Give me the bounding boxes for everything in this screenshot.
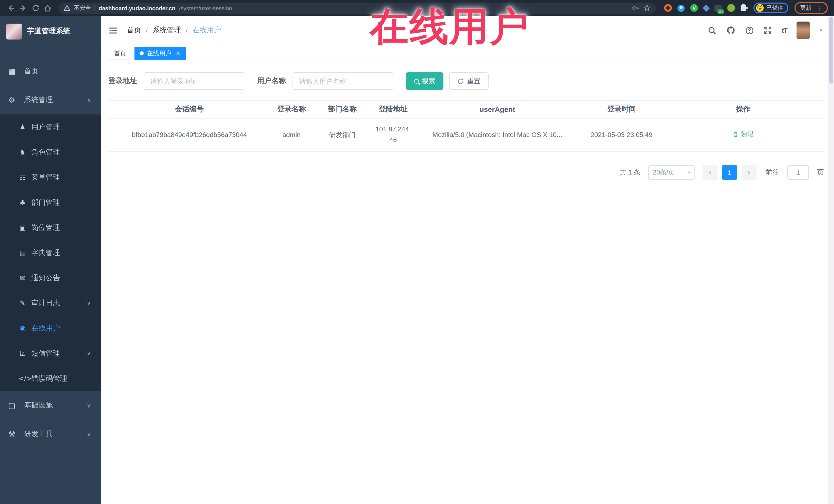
sidebar-item-user-management[interactable]: ♟ 用户管理 [0, 114, 101, 139]
sidebar-item-label: 在线用户 [31, 324, 60, 333]
page-number-1[interactable]: 1 [722, 165, 737, 180]
sidebar-item-devtools[interactable]: ⚒ 研发工具 ∨ [0, 420, 101, 448]
main-panel: 首页 / 系统管理 / 在线用户 tT ▾ 首页 [101, 16, 834, 504]
browser-update-chip[interactable]: 更新 ⋮ [794, 2, 828, 14]
error-code-icon: </> [19, 375, 27, 382]
sidebar-toggle-button[interactable] [109, 26, 117, 35]
sidebar-item-label: 短信管理 [31, 349, 60, 358]
page-size-select[interactable]: 20条/页 ▾ [648, 165, 695, 180]
refresh-icon [457, 78, 464, 84]
tag-home[interactable]: 首页 [109, 47, 131, 60]
next-page-button[interactable]: › [742, 165, 756, 180]
header-user-agent: userAgent [414, 100, 580, 118]
breadcrumb-system-management[interactable]: 系统管理 [152, 26, 181, 35]
sidebar-item-label: 用户管理 [31, 123, 60, 132]
sidebar-item-home[interactable]: ▦ 首页 [0, 57, 101, 86]
sidebar-item-label: 错误码管理 [31, 374, 67, 383]
sidebar-item-label: 岗位管理 [31, 223, 60, 232]
font-size-icon[interactable]: tT [782, 26, 787, 34]
paused-extension-chip[interactable]: ☺ 已暂停 [753, 3, 788, 13]
browser-reload-button[interactable] [30, 2, 41, 14]
chevron-down-icon: ∨ [87, 431, 91, 438]
system-management-submenu: ♟ 用户管理 ♞ 角色管理 ☷ 菜单管理 ♣ 部门管理 [0, 114, 101, 391]
sidebar-item-department-management[interactable]: ♣ 部门管理 [0, 190, 101, 215]
extension-pin-icon[interactable] [678, 4, 685, 12]
window-scrollbar [828, 16, 834, 504]
chevron-down-icon: ∨ [87, 300, 91, 306]
audit-log-icon: ✎ [19, 299, 27, 307]
sidebar-item-label: 基础设施 [24, 401, 53, 410]
header-dept-name: 部门名称 [312, 100, 372, 118]
extension-orange-icon[interactable] [664, 4, 672, 12]
sidebar-logo[interactable]: 芋道管理系统 [0, 16, 101, 47]
search-button-label: 搜索 [422, 76, 435, 86]
browser-menu-icon[interactable]: ⋮ [816, 5, 822, 11]
login-address-label: 登录地址 [108, 76, 137, 86]
sidebar-item-dict-management[interactable]: ▤ 字典管理 [0, 240, 101, 265]
key-icon[interactable] [632, 4, 639, 12]
prev-page-button[interactable]: ‹ [703, 165, 718, 180]
sidebar-item-label: 菜单管理 [31, 173, 60, 182]
github-icon[interactable] [726, 26, 736, 35]
sidebar-item-label: 首页 [24, 67, 39, 76]
extensions-puzzle-icon[interactable] [741, 5, 746, 11]
breadcrumb-separator: / [146, 26, 148, 35]
extension-v-icon[interactable]: V [690, 4, 698, 12]
sidebar-item-system-management[interactable]: ⚙ 系统管理 ∧ [0, 86, 101, 114]
browser-forward-button[interactable] [18, 2, 29, 14]
sidebar-item-error-code-management[interactable]: </> 错误码管理 [0, 366, 101, 391]
sidebar-item-label: 部门管理 [31, 198, 60, 207]
sidebar-item-menu-management[interactable]: ☷ 菜单管理 [0, 165, 101, 190]
search-button[interactable]: 搜索 [406, 72, 443, 90]
devtools-icon: ⚒ [7, 430, 17, 439]
extension-key-icon[interactable] [727, 4, 735, 12]
sidebar-item-label: 角色管理 [31, 148, 60, 157]
security-label: 不安全 [74, 4, 91, 12]
extension-translate-icon[interactable]: en [715, 4, 722, 12]
scrollbar-thumb[interactable] [829, 17, 833, 84]
app-title: 芋道管理系统 [27, 27, 70, 36]
sidebar-item-role-management[interactable]: ♞ 角色管理 [0, 139, 101, 165]
trash-icon [732, 131, 739, 137]
chevron-down-icon: ∨ [87, 402, 91, 409]
goto-label: 前往 [766, 168, 779, 177]
annotation-title: 在线用户 [370, 1, 530, 54]
close-icon[interactable]: × [176, 50, 181, 57]
fullscreen-icon[interactable] [764, 26, 772, 35]
login-address-input[interactable] [144, 72, 244, 90]
reset-button[interactable]: 重置 [449, 72, 489, 90]
goto-page-input[interactable] [787, 165, 809, 180]
header-login-name: 登录名称 [270, 100, 312, 118]
help-icon[interactable] [745, 26, 754, 35]
extension-gem-icon[interactable] [703, 4, 710, 12]
gear-icon: ⚙ [7, 95, 17, 105]
sidebar-item-post-management[interactable]: ▣ 岗位管理 [0, 215, 101, 240]
tag-online-users[interactable]: 在线用户 × [134, 47, 186, 60]
cell-actions: 强退 [663, 118, 824, 152]
chevron-up-icon: ∧ [87, 97, 91, 104]
header-session-id: 会话编号 [108, 100, 270, 118]
username-input[interactable] [292, 72, 393, 90]
force-logout-button[interactable]: 强退 [732, 129, 754, 140]
browser-home-button[interactable] [42, 2, 53, 14]
sidebar: 芋道管理系统 ▦ 首页 ⚙ 系统管理 ∧ ♟ 用户管理 [0, 16, 101, 504]
breadcrumb-home[interactable]: 首页 [127, 26, 141, 35]
menu-list-icon: ☷ [19, 174, 27, 181]
sidebar-item-audit-log[interactable]: ✎ 审计日志 ∨ [0, 290, 101, 316]
browser-back-button[interactable] [5, 2, 17, 14]
sidebar-item-infrastructure[interactable]: ▢ 基础设施 ∨ [0, 391, 101, 420]
caret-down-icon[interactable]: ▾ [820, 28, 822, 33]
sidebar-item-online-users[interactable]: ◉ 在线用户 [0, 316, 101, 341]
sidebar-item-notice[interactable]: ✉ 通知公告 [0, 265, 101, 290]
search-icon[interactable] [708, 26, 717, 35]
address-bar[interactable]: 不安全 dashboard.yudao.iocoder.cn /system/u… [59, 2, 656, 14]
user-avatar[interactable] [797, 22, 810, 39]
emoji-face-icon: ☺ [756, 4, 764, 12]
paused-label: 已暂停 [766, 4, 783, 12]
page-content: 登录地址 用户名称 搜索 重置 [101, 62, 834, 504]
roles-icon: ♞ [19, 148, 27, 156]
logo-image [6, 23, 22, 39]
cell-dept-name: 研发部门 [312, 118, 372, 152]
sidebar-item-sms-management[interactable]: ☑ 短信管理 ∨ [0, 341, 101, 366]
bookmark-star-icon[interactable] [643, 4, 651, 12]
